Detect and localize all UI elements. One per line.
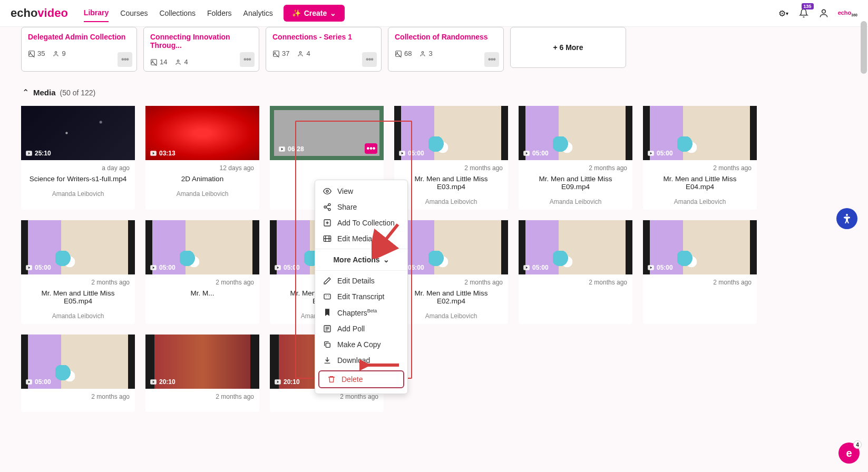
collection-card[interactable]: Delegated Admin Collection 35 9 ••• xyxy=(21,27,137,72)
card-date: 2 months ago xyxy=(524,279,627,286)
create-button[interactable]: ✨ Create ⌄ xyxy=(284,5,345,22)
media-thumbnail[interactable]: 05:00 xyxy=(145,220,259,274)
menu-share[interactable]: Share xyxy=(315,199,407,215)
media-thumbnail[interactable]: 05:00 xyxy=(519,220,632,274)
svg-point-28 xyxy=(326,190,328,192)
quote-icon xyxy=(323,292,332,301)
play-icon xyxy=(278,145,286,153)
nav-folders[interactable]: Folders xyxy=(207,5,232,22)
play-icon xyxy=(150,378,157,386)
menu-edit-transcript[interactable]: Edit Transcript xyxy=(315,289,407,304)
media-card[interactable]: 05:00 2 months ago xyxy=(519,220,632,324)
play-icon xyxy=(25,378,33,386)
card-date: 2 months ago xyxy=(399,279,503,286)
media-thumbnail[interactable]: 05:00 xyxy=(643,106,757,160)
collection-card[interactable]: Connecting Innovation Throug... 14 4 ••• xyxy=(143,27,259,72)
card-title: Mr. Men and Little Miss E02.mp4 xyxy=(399,289,503,305)
section-count: (50 of 122) xyxy=(60,88,96,97)
collection-more-icon[interactable]: ••• xyxy=(118,52,132,67)
media-card[interactable]: 05:00 2 months ago xyxy=(643,220,757,324)
media-thumbnail[interactable]: 05:00 xyxy=(519,106,632,160)
user-icon[interactable] xyxy=(818,7,830,19)
play-icon xyxy=(523,150,530,157)
media-thumbnail[interactable]: 05:00 xyxy=(394,220,508,274)
logo[interactable]: echovideo xyxy=(11,6,68,20)
collection-more-icon[interactable]: ••• xyxy=(484,52,499,67)
media-thumbnail[interactable]: 05:00 xyxy=(643,220,757,274)
media-grid: 25:10 a day ago Science for Writers-s1-f… xyxy=(21,106,847,412)
media-section-header[interactable]: ⌃ Media (50 of 122) xyxy=(21,87,847,97)
media-card[interactable]: 05:00 2 months ago Mr. Men and Little Mi… xyxy=(394,106,508,210)
collection-title: Connections - Series 1 xyxy=(272,33,375,41)
card-date: 12 days ago xyxy=(151,164,254,172)
header: echovideo Library Courses Collections Fo… xyxy=(0,0,868,27)
bookmark-icon xyxy=(323,308,332,317)
echo-360[interactable]: echo360 xyxy=(838,9,857,17)
menu-label: Share xyxy=(337,203,357,211)
menu-make-copy[interactable]: Make A Copy xyxy=(315,337,407,352)
media-thumbnail[interactable]: 05:00 xyxy=(21,220,135,274)
media-card[interactable]: 03:13 12 days ago 2D Animation Amanda Le… xyxy=(145,106,259,210)
card-body: 2 months ago xyxy=(145,389,259,412)
wand-icon: ✨ xyxy=(292,9,301,17)
chevron-down-icon: ⌄ xyxy=(330,9,336,17)
media-thumbnail[interactable]: 05:00 xyxy=(394,106,508,160)
svg-point-29 xyxy=(328,203,330,205)
menu-chapters[interactable]: ChaptersBeta xyxy=(315,304,407,321)
nav-courses[interactable]: Courses xyxy=(120,5,148,22)
settings-icon[interactable]: ⚙▾ xyxy=(778,7,789,19)
media-duration: 03:13 xyxy=(150,150,175,157)
card-author: Amanda Leibovich xyxy=(399,198,503,205)
media-duration: 05:00 xyxy=(523,150,549,157)
menu-add-poll[interactable]: Add Poll xyxy=(315,321,407,337)
collection-stats: 14 4 xyxy=(150,58,252,66)
menu-delete[interactable]: Delete xyxy=(318,370,404,388)
nav-library[interactable]: Library xyxy=(84,4,109,22)
media-card[interactable]: 20:10 2 months ago xyxy=(145,335,259,412)
collection-more-icon[interactable]: ••• xyxy=(240,52,255,67)
media-card[interactable]: 05:00 2 months ago Mr. M... xyxy=(145,220,259,324)
collection-card[interactable]: Collection of Randomness 68 3 ••• xyxy=(388,27,504,72)
card-title: Mr. Men and Little Miss E09.mp4 xyxy=(524,175,627,191)
media-thumbnail[interactable]: 25:10 xyxy=(21,106,135,160)
collection-card[interactable]: Connections - Series 1 37 4 ••• xyxy=(266,27,382,72)
card-body: 2 months ago Mr. Men and Little Miss E03… xyxy=(394,160,508,210)
card-author: Amanda Leibovich xyxy=(151,190,254,198)
accessibility-button[interactable] xyxy=(836,208,857,229)
header-right: ⚙▾ 135 echo360 xyxy=(778,7,857,19)
card-title: Science for Writers-s1-full.mp4 xyxy=(26,175,130,183)
media-thumbnail[interactable]: 05:00 xyxy=(21,335,135,389)
card-menu-icon[interactable]: ••• xyxy=(365,143,377,154)
menu-label: Add Poll xyxy=(337,324,365,333)
media-card[interactable]: 05:00 2 months ago Mr. Men and Little Mi… xyxy=(394,220,508,324)
menu-view[interactable]: View xyxy=(315,183,407,199)
card-author: Amanda Leibovich xyxy=(648,198,752,205)
media-thumbnail[interactable]: 03:13 xyxy=(145,106,259,160)
play-icon xyxy=(150,150,157,157)
media-card[interactable]: 25:10 a day ago Science for Writers-s1-f… xyxy=(21,106,135,210)
collection-more-icon[interactable]: ••• xyxy=(362,52,377,67)
annotation-arrow xyxy=(359,360,402,370)
nav-analytics[interactable]: Analytics xyxy=(243,5,273,22)
media-thumbnail[interactable]: 06:28 ••• xyxy=(270,106,384,160)
more-collections-button[interactable]: + 6 More xyxy=(510,27,626,68)
media-card[interactable]: 05:00 2 months ago xyxy=(21,335,135,412)
svg-point-31 xyxy=(328,209,330,211)
nav-collections[interactable]: Collections xyxy=(159,5,195,22)
scrollbar[interactable] xyxy=(861,21,867,74)
bell-icon[interactable]: 135 xyxy=(798,7,810,19)
media-thumbnail[interactable]: 20:10 xyxy=(145,335,259,389)
media-duration: 05:00 xyxy=(647,264,673,271)
collection-stats: 35 9 xyxy=(28,50,130,57)
media-card[interactable]: 05:00 2 months ago Mr. Men and Little Mi… xyxy=(519,106,632,210)
card-body: 2 months ago Mr. Men and Little Miss E02… xyxy=(394,274,508,324)
collection-title: Connecting Innovation Throug... xyxy=(150,33,252,50)
media-card[interactable]: 05:00 2 months ago Mr. Men and Little Mi… xyxy=(643,106,757,210)
svg-point-3 xyxy=(55,51,57,53)
play-icon xyxy=(398,150,406,157)
svg-point-6 xyxy=(178,60,180,62)
menu-edit-details[interactable]: Edit Details xyxy=(315,273,407,289)
svg-point-12 xyxy=(422,51,424,53)
media-card[interactable]: 05:00 2 months ago Mr. Men and Little Mi… xyxy=(21,220,135,324)
media-duration: 05:00 xyxy=(523,264,549,271)
